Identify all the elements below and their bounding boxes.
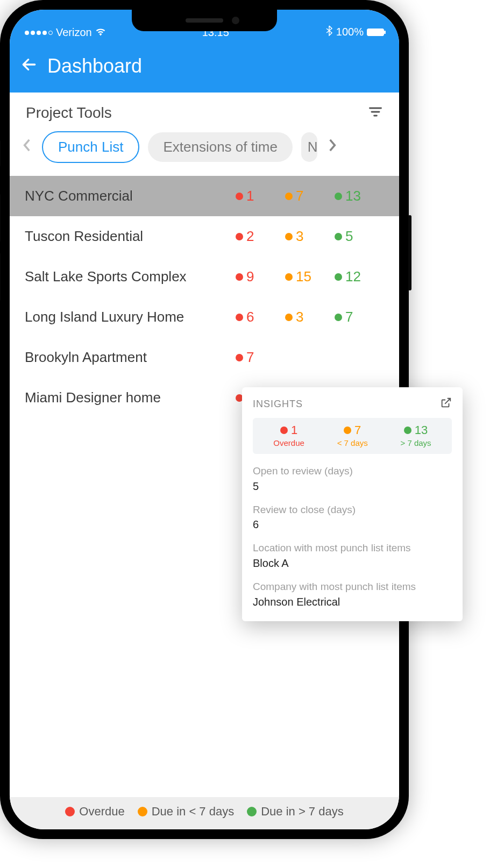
back-button[interactable] (20, 56, 38, 76)
stat-gt7: 12 (335, 268, 384, 285)
project-row[interactable]: Salt Lake Sports Complex 9 15 12 (10, 257, 399, 297)
project-name: Long Island Luxury Home (25, 309, 236, 325)
chip-punch-list[interactable]: Punch List (42, 131, 139, 163)
project-name: Salt Lake Sports Complex (25, 268, 236, 285)
open-external-icon[interactable] (440, 397, 452, 411)
project-name: Miami Designer home (25, 389, 236, 406)
chevron-left-icon[interactable] (20, 138, 33, 156)
side-button (0, 194, 1, 242)
field-review-close: Review to close (days) 6 (253, 503, 452, 531)
legend-lt7: Due in < 7 days (138, 805, 234, 819)
section-title: Project Tools (26, 104, 112, 122)
field-company: Company with most punch list items Johns… (253, 580, 452, 608)
side-button (408, 215, 411, 290)
stat-overdue: 7 (236, 349, 285, 366)
chevron-right-icon[interactable] (326, 138, 339, 156)
stat-overdue: 2 (236, 228, 285, 245)
front-camera (232, 17, 239, 24)
notch (132, 10, 277, 31)
battery-pct: 100% (336, 26, 364, 38)
stat-gt7: 5 (335, 228, 384, 245)
field-open-review: Open to review (days) 5 (253, 465, 452, 493)
stat-overdue: 1 (236, 188, 285, 204)
section-header: Project Tools (10, 93, 399, 131)
filter-icon[interactable] (368, 104, 383, 122)
stat-overdue: 6 (236, 309, 285, 325)
field-location: Location with most punch list items Bloc… (253, 542, 452, 570)
side-button (0, 253, 1, 301)
insights-title: INSIGHTS (253, 399, 303, 410)
project-row[interactable]: Long Island Luxury Home 6 3 7 (10, 297, 399, 337)
bluetooth-icon (325, 25, 333, 39)
insights-summary: 1 Overdue 7 < 7 days 13 > 7 days (253, 418, 452, 454)
wifi-icon (95, 26, 106, 39)
summary-lt7: 7 < 7 days (337, 423, 368, 447)
stat-overdue: 9 (236, 268, 285, 285)
stat-lt7: 3 (285, 228, 335, 245)
page-title: Dashboard (47, 55, 142, 77)
stat-lt7: 7 (285, 188, 335, 204)
stat-gt7: 7 (335, 309, 384, 325)
project-row[interactable]: NYC Commercial 1 7 13 (10, 176, 399, 216)
project-list: NYC Commercial 1 7 13 Tuscon Residential… (10, 176, 399, 418)
insights-card: INSIGHTS 1 Overdue 7 < 7 days 13 > 7 day… (242, 387, 463, 621)
project-name: Brookyln Apartment (25, 349, 236, 366)
summary-overdue: 1 Overdue (273, 423, 304, 447)
chips-row: Punch List Extensions of time N (10, 131, 399, 176)
project-row[interactable]: Tuscon Residential 2 3 5 (10, 216, 399, 257)
project-name: NYC Commercial (25, 188, 236, 204)
chip-extensions[interactable]: Extensions of time (148, 132, 292, 162)
signal-icon (25, 31, 53, 35)
stat-lt7: 15 (285, 268, 335, 285)
legend-footer: Overdue Due in < 7 days Due in > 7 days (10, 797, 399, 829)
chip-next[interactable]: N (301, 132, 317, 162)
project-name: Tuscon Residential (25, 228, 236, 245)
status-right: 100% (325, 25, 384, 39)
side-button (0, 140, 1, 167)
legend-overdue: Overdue (65, 805, 124, 819)
project-row[interactable]: Brookyln Apartment 7 (10, 337, 399, 378)
summary-gt7: 13 > 7 days (401, 423, 431, 447)
speaker (186, 18, 223, 23)
status-left: Verizon (25, 26, 106, 39)
carrier-label: Verizon (56, 26, 92, 39)
battery-icon (367, 29, 384, 36)
stat-lt7: 3 (285, 309, 335, 325)
legend-gt7: Due in > 7 days (247, 805, 343, 819)
app-bar: Dashboard (10, 42, 399, 93)
stat-gt7: 13 (335, 188, 384, 204)
